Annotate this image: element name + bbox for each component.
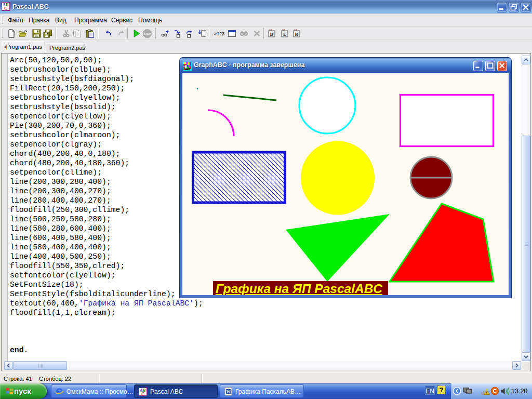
svg-text:>123: >123 <box>214 31 224 36</box>
svg-text:L: L <box>283 32 286 37</box>
svg-text:STOP: STOP <box>144 32 151 35</box>
svg-text:R: R <box>295 32 299 37</box>
svg-text:D: D <box>270 32 274 37</box>
svg-text:W: W <box>227 390 231 394</box>
svg-text:C: C <box>141 392 144 396</box>
svg-text:C: C <box>4 6 7 11</box>
svg-text:!: ! <box>486 391 487 395</box>
